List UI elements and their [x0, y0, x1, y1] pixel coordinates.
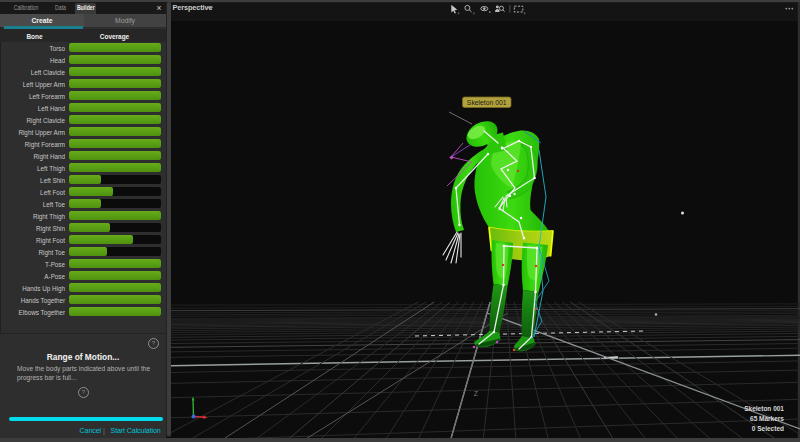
svg-text:Skeleton 001: Skeleton 001	[467, 99, 507, 106]
svg-text:65 Markers: 65 Markers	[750, 415, 784, 422]
svg-text:Skeleton 001: Skeleton 001	[744, 405, 784, 412]
svg-text:0 Selected: 0 Selected	[752, 425, 784, 432]
svg-text:Perspective: Perspective	[173, 3, 213, 12]
svg-text:Z: Z	[474, 390, 479, 397]
